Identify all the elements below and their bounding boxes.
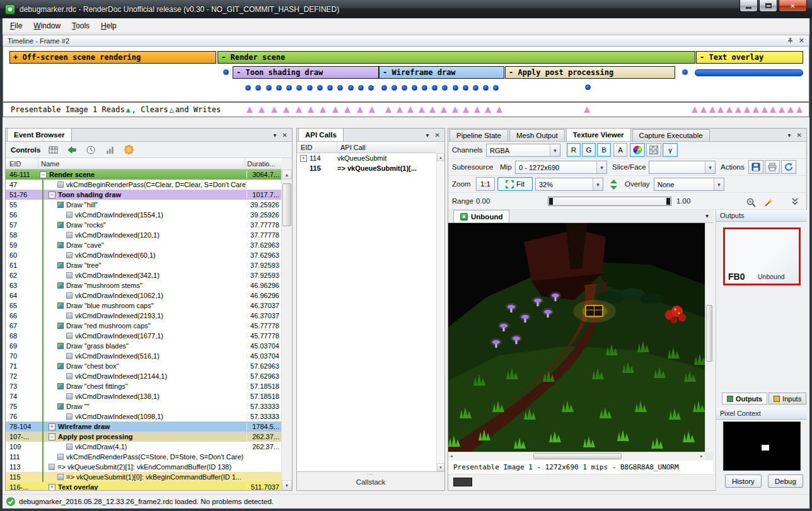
image-usage-triangle[interactable] bbox=[463, 106, 469, 113]
event-row[interactable]: 115 => vkQueueSubmit(1)[0]: vkBeginComma… bbox=[6, 472, 281, 482]
export-image-button[interactable] bbox=[765, 160, 780, 174]
column-eid[interactable]: EID bbox=[6, 158, 38, 169]
image-usage-triangle[interactable] bbox=[692, 106, 698, 113]
image-usage-triangle[interactable] bbox=[258, 106, 265, 113]
image-usage-triangle[interactable] bbox=[419, 106, 425, 113]
image-vertical-scrollbar[interactable] bbox=[705, 223, 713, 452]
image-usage-triangle[interactable] bbox=[717, 106, 724, 113]
settings-flower-icon[interactable] bbox=[122, 144, 135, 156]
zoom-range-icon[interactable] bbox=[745, 196, 757, 209]
image-usage-triangle[interactable] bbox=[709, 106, 716, 113]
panel-close-icon[interactable]: ✕ bbox=[797, 132, 802, 139]
draw-call-dot[interactable] bbox=[402, 85, 407, 91]
event-row[interactable]: 74 vkCmdDrawIndexed(138,1) 57.18518 bbox=[6, 391, 281, 401]
scrollbar-thumb[interactable] bbox=[706, 305, 712, 362]
image-usage-triangle[interactable] bbox=[441, 106, 447, 113]
event-row[interactable]: 55 Draw "hill" 39.25926 bbox=[6, 200, 281, 210]
event-row[interactable]: 62 vkCmdDrawIndexed(342,1) 37.92593 bbox=[6, 270, 281, 280]
zoom-percent-select[interactable]: 32% ▾ bbox=[535, 178, 603, 191]
api-call-row[interactable]: 115 => vkQueueSubmit(1)[... bbox=[297, 163, 436, 173]
image-usage-triangle[interactable] bbox=[397, 106, 403, 113]
draw-call-dot[interactable] bbox=[296, 85, 302, 91]
scroll-right-icon[interactable]: ► bbox=[700, 454, 704, 458]
tab-mesh-output[interactable]: Mesh Output bbox=[509, 129, 565, 141]
channel-a-toggle[interactable]: A bbox=[613, 143, 627, 157]
stats-bars-icon[interactable] bbox=[103, 144, 116, 156]
event-row[interactable]: 71 Draw "chest box" 57.62963 bbox=[6, 361, 281, 371]
range-max-handle[interactable] bbox=[666, 198, 670, 205]
draw-call-dot[interactable] bbox=[317, 85, 323, 91]
checkerboard-button[interactable] bbox=[646, 143, 661, 157]
fb0-thumbnail[interactable]: FB0 Unbound bbox=[723, 227, 801, 285]
api-row-icon[interactable]: + bbox=[300, 155, 307, 162]
menu-tools[interactable]: Tools bbox=[66, 19, 95, 33]
tab-api-calls[interactable]: API Calls bbox=[298, 128, 344, 141]
event-row[interactable]: 73 Draw "chest fittings" 57.18518 bbox=[6, 381, 281, 391]
refresh-button[interactable] bbox=[781, 160, 796, 174]
range-min-handle[interactable] bbox=[549, 198, 553, 205]
mip-select[interactable]: 0 - 1272x690 ▾ bbox=[515, 161, 607, 174]
event-row[interactable]: 76 vkCmdDrawIndexed(1098,1) 57.33333 bbox=[6, 411, 281, 422]
draw-call-dot[interactable] bbox=[266, 85, 272, 91]
save-texture-button[interactable] bbox=[748, 160, 763, 174]
close-button[interactable]: ✕ bbox=[779, 0, 807, 12]
image-usage-triangle[interactable] bbox=[485, 106, 491, 113]
timeline-block-wireframe[interactable]: - Wireframe draw bbox=[379, 66, 504, 79]
scroll-down-icon[interactable]: ▼ bbox=[282, 480, 292, 490]
event-row[interactable]: 65 Draw "blue mushroom caps" 46.37037 bbox=[6, 301, 281, 311]
panel-close-icon[interactable]: ✕ bbox=[435, 132, 440, 139]
api-call-row[interactable]: +114 vkQueueSubmit bbox=[297, 153, 436, 163]
jump-to-eid-icon[interactable] bbox=[66, 144, 78, 156]
image-usage-triangle[interactable] bbox=[308, 106, 314, 113]
panel-menu-icon[interactable]: ▾ bbox=[274, 132, 277, 139]
timeline-block-toon[interactable]: - Toon shading draw bbox=[233, 66, 379, 79]
event-row[interactable]: 64 vkCmdDrawIndexed(1062,1) 46.96296 bbox=[6, 290, 281, 301]
draw-call-dot[interactable] bbox=[682, 69, 688, 75]
image-usage-triangle[interactable] bbox=[246, 106, 253, 113]
draw-call-dot[interactable] bbox=[307, 85, 313, 91]
autofit-wand-icon[interactable] bbox=[762, 196, 775, 209]
maximize-button[interactable] bbox=[759, 0, 777, 12]
timeline-close-icon[interactable]: ✕ bbox=[799, 37, 804, 45]
draw-call-dot[interactable] bbox=[276, 85, 282, 91]
event-row[interactable]: 66 vkCmdDrawIndexed(2193,1) 46.37037 bbox=[6, 311, 281, 321]
image-usage-triangle[interactable] bbox=[332, 106, 339, 113]
menu-window[interactable]: Window bbox=[28, 19, 66, 33]
event-row[interactable]: 47 vkCmdBeginRenderPass(C=Clear, D=Clear… bbox=[6, 180, 281, 190]
debug-button[interactable]: Debug bbox=[768, 474, 803, 488]
event-row[interactable]: 51-76 −Toon shading draw 1017.7... bbox=[6, 190, 281, 200]
image-usage-triangle[interactable] bbox=[271, 106, 277, 113]
draw-call-dot[interactable] bbox=[223, 69, 229, 75]
scrollbar-thumb[interactable] bbox=[533, 453, 622, 459]
event-row[interactable]: 67 Draw "red mushroom caps" 45.77778 bbox=[6, 321, 281, 331]
timeline-panel-header[interactable]: Timeline - Frame #2 ✕ bbox=[3, 35, 809, 47]
slice-face-select[interactable]: ▾ bbox=[649, 161, 716, 174]
draw-call-dot[interactable] bbox=[453, 85, 458, 91]
draw-call-dot[interactable] bbox=[412, 85, 417, 91]
draw-call-dot[interactable] bbox=[245, 85, 251, 91]
event-row[interactable]: 70 vkCmdDrawIndexed(516,1) 45.03704 bbox=[6, 351, 281, 361]
tab-texture-viewer[interactable]: Texture Viewer bbox=[566, 128, 631, 141]
timeline-block-text-overlay[interactable]: - Text overlay bbox=[696, 51, 803, 64]
event-row[interactable]: 59 Draw "cave" 37.62963 bbox=[6, 240, 281, 250]
draw-call-dot[interactable] bbox=[422, 85, 427, 91]
image-usage-triangle[interactable] bbox=[779, 106, 785, 113]
image-usage-triangle[interactable] bbox=[726, 106, 733, 113]
filter-grid-icon[interactable] bbox=[47, 144, 59, 156]
column-duration[interactable]: Duratio... bbox=[245, 158, 281, 169]
image-usage-triangle[interactable] bbox=[320, 106, 326, 113]
image-usage-triangle[interactable] bbox=[762, 106, 768, 113]
channel-b-toggle[interactable]: B bbox=[597, 143, 611, 157]
tab-inputs[interactable]: Inputs bbox=[768, 393, 806, 405]
draw-call-dot[interactable] bbox=[381, 85, 387, 91]
event-row[interactable]: 113 => vkQueueSubmit(2)[1]: vkEndCommand… bbox=[6, 462, 281, 472]
draw-call-dot[interactable] bbox=[463, 85, 468, 91]
channels-mode-select[interactable]: RGBA ▾ bbox=[486, 144, 560, 157]
draw-call-dot[interactable] bbox=[473, 85, 478, 91]
texture-tab-unbound[interactable]: Unbound bbox=[453, 210, 509, 222]
time-draws-clock-icon[interactable] bbox=[84, 144, 97, 156]
image-usage-triangle[interactable] bbox=[735, 106, 741, 113]
scroll-left-icon[interactable]: ◄ bbox=[450, 454, 453, 458]
image-usage-triangle[interactable] bbox=[407, 106, 414, 113]
event-row[interactable]: 63 Draw "mushroom stems" 46.96296 bbox=[6, 280, 281, 290]
